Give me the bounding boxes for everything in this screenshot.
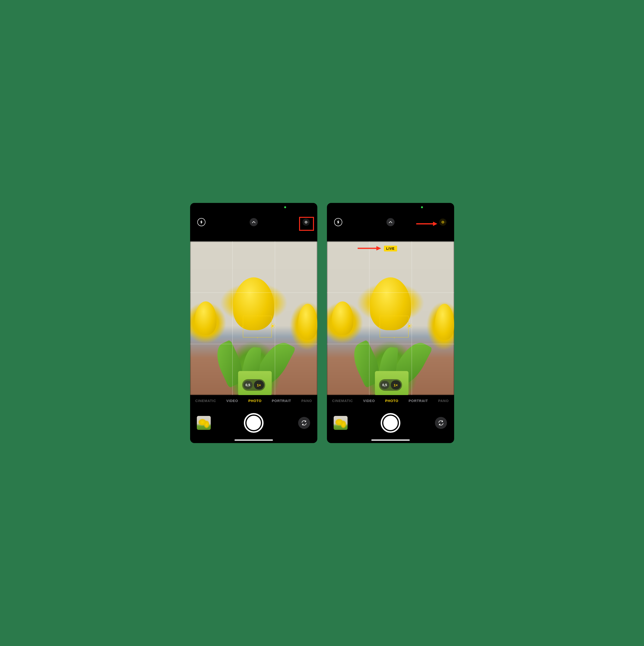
camera-mode-selector[interactable]: CINEMATIC VIDEO PHOTO PORTRAIT PANO [327, 395, 454, 403]
mode-pano[interactable]: PANO [438, 399, 448, 403]
mode-cinematic[interactable]: CINEMATIC [196, 399, 216, 403]
zoom-main-button[interactable]: 1× [391, 381, 401, 390]
camera-flip-button[interactable] [298, 417, 310, 429]
mode-video[interactable]: VIDEO [363, 399, 375, 403]
camera-top-bar [327, 203, 454, 241]
mode-photo[interactable]: PHOTO [248, 399, 261, 403]
zoom-main-button[interactable]: 1× [254, 381, 264, 390]
home-indicator[interactable] [235, 439, 273, 441]
mode-photo[interactable]: PHOTO [385, 399, 398, 403]
home-indicator[interactable] [371, 439, 410, 441]
live-badge: LIVE [384, 246, 397, 251]
zoom-selector: 0,5 1× [379, 379, 402, 391]
camera-options-toggle[interactable] [250, 218, 258, 226]
phone-right: LIVE 0,5 1× CINEMATIC [327, 203, 454, 443]
flash-button[interactable] [197, 218, 206, 226]
mode-cinematic[interactable]: CINEMATIC [332, 399, 353, 403]
svg-line-10 [274, 327, 275, 328]
svg-line-12 [274, 324, 275, 325]
photo-library-thumbnail[interactable] [334, 416, 348, 430]
zoom-wide-button[interactable]: 0,5 [243, 381, 253, 389]
zoom-selector: 0,5 1× [242, 379, 265, 391]
svg-point-14 [442, 222, 443, 223]
camera-options-toggle[interactable] [386, 218, 395, 226]
mode-pano[interactable]: PANO [301, 399, 312, 403]
mode-portrait[interactable]: PORTRAIT [272, 399, 291, 403]
svg-line-26 [408, 327, 408, 328]
live-photo-button[interactable] [302, 218, 310, 226]
svg-point-1 [305, 222, 306, 223]
svg-line-9 [271, 324, 271, 325]
exposure-sun-icon[interactable] [407, 323, 412, 329]
annotation-arrow-top [416, 221, 438, 227]
svg-point-4 [272, 325, 274, 327]
focus-indicator[interactable] [243, 316, 272, 337]
shutter-button[interactable] [244, 413, 264, 433]
svg-point-19 [408, 325, 410, 327]
camera-controls [190, 403, 317, 443]
camera-viewfinder[interactable]: 0,5 1× [190, 241, 317, 395]
svg-line-24 [408, 324, 408, 325]
svg-line-27 [411, 324, 411, 325]
flash-button[interactable] [334, 218, 342, 226]
camera-controls [327, 403, 454, 443]
mode-portrait[interactable]: PORTRAIT [408, 399, 428, 403]
mode-video[interactable]: VIDEO [226, 399, 238, 403]
zoom-wide-button[interactable]: 0,5 [380, 381, 389, 389]
focus-indicator[interactable] [380, 316, 408, 337]
camera-flip-button[interactable] [435, 417, 447, 429]
camera-viewfinder[interactable]: LIVE 0,5 1× [327, 241, 454, 395]
photo-library-thumbnail[interactable] [197, 416, 211, 430]
live-photo-button-active[interactable] [439, 218, 447, 226]
svg-line-25 [411, 327, 411, 328]
camera-top-bar [190, 203, 317, 241]
shutter-button[interactable] [381, 413, 400, 433]
phone-left: 0,5 1× CINEMATIC VIDEO PHOTO PORTRAIT PA… [190, 203, 317, 443]
svg-line-11 [271, 327, 271, 328]
exposure-sun-icon[interactable] [270, 323, 275, 329]
camera-mode-selector[interactable]: CINEMATIC VIDEO PHOTO PORTRAIT PANO [190, 395, 317, 403]
